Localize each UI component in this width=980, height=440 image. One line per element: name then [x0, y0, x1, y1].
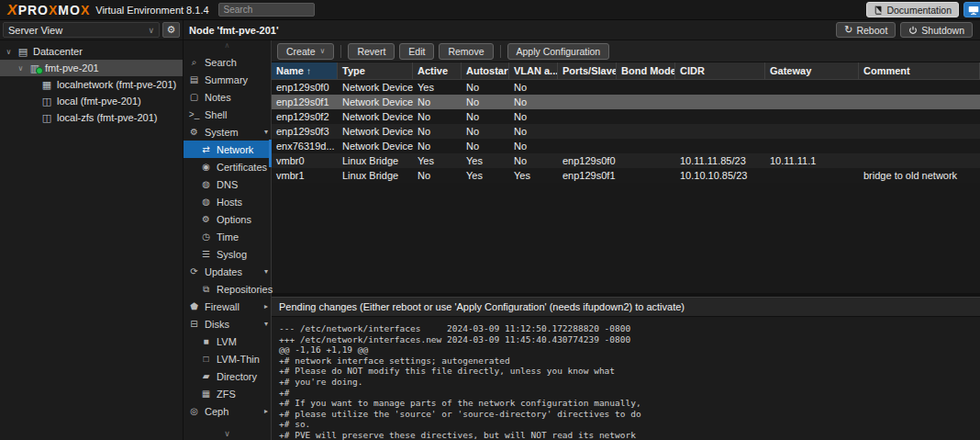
node-nav-menu: ∧ ⌕ Search ▤ Summary [184, 40, 272, 440]
table-row[interactable]: enp129s0f3 Network Device No No No [272, 124, 980, 139]
cell-autostart: No [462, 109, 509, 124]
tree-item-label: local (fmt-pve-201) [57, 96, 141, 107]
nav-item-options[interactable]: ⚙ Options [184, 210, 271, 228]
nav-item-lvm-thin[interactable]: □ LVM-Thin [184, 350, 271, 367]
nav-item-updates[interactable]: ⟳ Updates ▾ [184, 263, 271, 280]
table-row[interactable]: enp129s0f0 Network Device Yes No No [272, 80, 980, 95]
tree-expander-icon[interactable]: ∨ [17, 64, 25, 73]
chevron-down-icon: ∨ [148, 26, 154, 35]
nav-item-icon: ⟳ [188, 266, 200, 276]
table-row[interactable]: enp129s0f2 Network Device No No No [272, 109, 980, 124]
create-vm-button[interactable] [963, 2, 980, 17]
nav-item-label: Syslog [217, 249, 247, 260]
global-search-input[interactable] [218, 3, 315, 17]
tree-item-fmt-pve-201[interactable]: ∨ ▥ fmt-pve-201 [0, 60, 183, 76]
book-icon [874, 6, 883, 15]
tree-item-icon: ◫ [40, 96, 53, 107]
nav-item-label: Options [217, 214, 251, 225]
column-header-bond-mode[interactable]: Bond Mode [617, 62, 675, 79]
tree-item-label: Datacenter [33, 46, 83, 57]
nav-item-label: DNS [217, 179, 238, 190]
nav-item-directory[interactable]: ▰ Directory [184, 367, 271, 385]
nav-expand-icon[interactable]: ▸ [264, 302, 268, 310]
nav-item-icon: ◉ [200, 162, 212, 172]
remove-button[interactable]: Remove [439, 43, 493, 60]
tree-settings-button[interactable]: ⚙ [162, 22, 180, 38]
proxmox-logo: X PROXMOX [7, 2, 90, 18]
cell-ports-slaves [558, 95, 617, 109]
nav-item-dns[interactable]: ◍ DNS [184, 175, 271, 193]
column-header-name[interactable]: Name ↑ [272, 62, 338, 79]
cell-ports-slaves: enp129s0f0 [558, 153, 617, 168]
network-interfaces-table: Name ↑ Type Active Autostart VLAN a... P… [272, 62, 980, 183]
nav-item-system[interactable]: ⚙ System ▾ [184, 123, 271, 141]
cell-active: Yes [413, 153, 462, 168]
nav-scroll-down-icon[interactable]: ∨ [184, 429, 271, 438]
column-header-gateway[interactable]: Gateway [765, 62, 859, 79]
main-area: ∨ ▤ Datacenter ∨ ▥ fmt-pve-201 ▦ localne… [0, 40, 980, 440]
table-row[interactable]: enp129s0f1 Network Device No No No [272, 95, 980, 109]
nav-item-hosts[interactable]: ◍ Hosts [184, 193, 271, 210]
nav-item-notes[interactable]: ▢ Notes [184, 88, 271, 106]
revert-button[interactable]: Revert [348, 43, 395, 60]
table-row[interactable]: vmbr1 Linux Bridge No Yes Yes enp129s0f1… [272, 168, 980, 183]
nav-item-time[interactable]: ◷ Time [184, 228, 271, 245]
nav-item-lvm[interactable]: ■ LVM [184, 333, 271, 350]
nav-item-icon: ◍ [200, 197, 212, 207]
column-header-ports-slaves[interactable]: Ports/Slaves [558, 62, 617, 79]
logo-segment: MO [58, 3, 81, 17]
nav-item-icon: ▢ [188, 92, 200, 102]
tree-expander-icon[interactable]: ∨ [5, 48, 13, 56]
nav-item-ceph[interactable]: ◎ Ceph ▸ [184, 402, 271, 420]
pending-changes-title: Pending changes (Either reboot or use 'A… [279, 301, 685, 312]
column-header-vlan-aware[interactable]: VLAN a... [509, 62, 558, 79]
column-header-comment[interactable]: Comment [859, 62, 980, 79]
nav-item-zfs[interactable]: ▦ ZFS [184, 385, 271, 402]
table-row[interactable]: vmbr0 Linux Bridge Yes Yes No enp129s0f0… [272, 153, 980, 168]
nav-item-search[interactable]: ⌕ Search [184, 53, 271, 71]
view-selector-combobox[interactable]: Server View ∨ [3, 22, 160, 38]
cell-gateway [765, 109, 859, 124]
nav-item-icon: ⌕ [188, 57, 200, 68]
create-button[interactable]: Create ∨ [277, 43, 334, 60]
tree-item-datacenter[interactable]: ∨ ▤ Datacenter [0, 43, 183, 60]
column-header-autostart[interactable]: Autostart [462, 62, 509, 79]
nav-item-icon: ◍ [200, 179, 212, 189]
nav-scrollbar-thumb[interactable] [269, 140, 272, 167]
node-title: Node 'fmt-pve-201' [189, 25, 279, 36]
tree-item-local-zfs-fmt-pve-201-[interactable]: ◫ local-zfs (fmt-pve-201) [0, 109, 183, 126]
sort-ascending-icon: ↑ [306, 66, 311, 76]
logo-segment: PRO [18, 3, 49, 17]
edit-button[interactable]: Edit [399, 43, 434, 60]
nav-item-shell[interactable]: >_ Shell [184, 106, 271, 123]
power-icon [908, 26, 918, 35]
column-header-active[interactable]: Active [413, 62, 462, 79]
nav-item-network[interactable]: ⇄ Network [184, 141, 271, 158]
diff-line: +++ /etc/network/interfaces.new 2024-03-… [279, 334, 973, 345]
tree-item-local-fmt-pve-201-[interactable]: ◫ local (fmt-pve-201) [0, 93, 183, 109]
diff-line: +# If you want to manage parts of the ne… [279, 398, 973, 409]
nav-expand-icon[interactable]: ▸ [264, 407, 268, 415]
nav-item-label: Network [217, 144, 253, 155]
column-header-cidr[interactable]: CIDR [675, 62, 765, 79]
tree-item-localnetwork-fmt-pve-201-[interactable]: ▦ localnetwork (fmt-pve-201) [0, 76, 183, 93]
nav-item-certificates[interactable]: ◉ Certificates [184, 158, 271, 175]
column-header-type[interactable]: Type [338, 62, 413, 79]
cell-comment [859, 109, 980, 124]
nav-item-label: Time [217, 231, 239, 243]
apply-configuration-button[interactable]: Apply Configuration [507, 43, 610, 60]
shutdown-button[interactable]: Shutdown [900, 22, 973, 38]
nav-expand-icon[interactable]: ▾ [264, 128, 268, 136]
reboot-button[interactable]: ↻ Reboot [836, 22, 896, 38]
nav-expand-icon[interactable]: ▾ [264, 320, 268, 328]
cell-active: No [413, 109, 462, 124]
nav-item-repositories[interactable]: ⧉ Repositories [184, 280, 271, 298]
nav-item-syslog[interactable]: ☰ Syslog [184, 245, 271, 263]
documentation-button[interactable]: Documentation [866, 2, 959, 17]
nav-expand-icon[interactable]: ▾ [264, 267, 268, 276]
nav-item-summary[interactable]: ▤ Summary [184, 71, 271, 88]
table-row[interactable]: enx76319d... Network Device No No No [272, 139, 980, 153]
table-header-row: Name ↑ Type Active Autostart VLAN a... P… [272, 62, 980, 80]
nav-item-firewall[interactable]: ⬟ Firewall ▸ [184, 298, 271, 315]
nav-item-disks[interactable]: ⊟ Disks ▾ [184, 315, 271, 333]
